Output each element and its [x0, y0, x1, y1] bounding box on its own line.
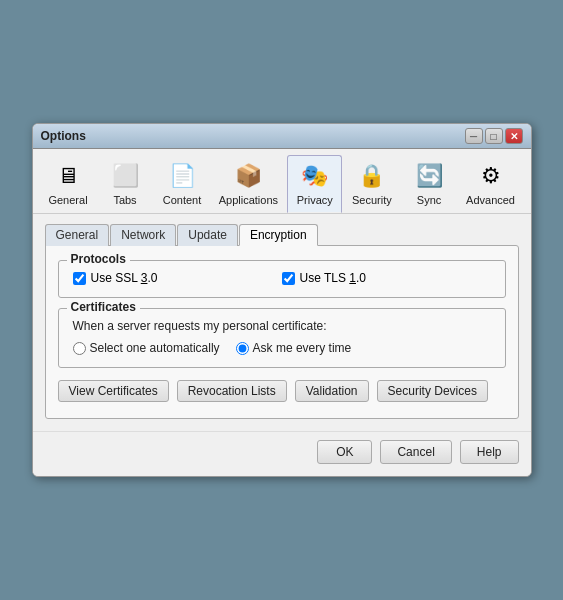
- toolbar-btn-applications[interactable]: 📦 Applications: [212, 155, 286, 213]
- close-button[interactable]: ✕: [505, 128, 523, 144]
- tab-encryption[interactable]: Encryption: [239, 224, 318, 246]
- toolbar-btn-tabs[interactable]: ⬜ Tabs: [98, 155, 153, 213]
- radio-ask-text: Ask me every time: [253, 341, 352, 355]
- revocation-lists-button[interactable]: Revocation Lists: [177, 380, 287, 402]
- advanced-icon: ⚙: [475, 160, 507, 192]
- toolbar-btn-content[interactable]: 📄 Content: [155, 155, 210, 213]
- radio-ask[interactable]: [236, 342, 249, 355]
- radio-ask-label[interactable]: Ask me every time: [236, 341, 352, 355]
- ok-button[interactable]: OK: [317, 440, 372, 464]
- validation-button[interactable]: Validation: [295, 380, 369, 402]
- tls-checkbox[interactable]: [282, 272, 295, 285]
- minimize-button[interactable]: ─: [465, 128, 483, 144]
- toolbar-label-applications: Applications: [219, 194, 278, 206]
- footer: OK Cancel Help: [33, 431, 531, 476]
- encryption-tab-content: Protocols Use SSL 3.0 Use TLS 1.0: [45, 245, 519, 419]
- ssl-version: 3: [141, 271, 148, 285]
- tls-version: 1: [349, 271, 356, 285]
- radio-auto[interactable]: [73, 342, 86, 355]
- radio-auto-label[interactable]: Select one automatically: [73, 341, 220, 355]
- tab-general[interactable]: General: [45, 224, 110, 246]
- maximize-button[interactable]: □: [485, 128, 503, 144]
- toolbar-label-tabs: Tabs: [113, 194, 136, 206]
- toolbar-label-advanced: Advanced: [466, 194, 515, 206]
- toolbar-label-sync: Sync: [417, 194, 441, 206]
- cert-description: When a server requests my personal certi…: [73, 319, 491, 333]
- toolbar-label-privacy: Privacy: [297, 194, 333, 206]
- title-bar: Options ─ □ ✕: [33, 124, 531, 149]
- sync-icon: 🔄: [413, 160, 445, 192]
- certificates-group-label: Certificates: [67, 300, 140, 314]
- toolbar-label-general: General: [48, 194, 87, 206]
- options-window: Options ─ □ ✕ 🖥 General ⬜ Tabs 📄 Content…: [32, 123, 532, 477]
- tabs-bar: General Network Update Encryption: [45, 224, 519, 246]
- applications-icon: 📦: [232, 160, 264, 192]
- ssl-checkbox[interactable]: [73, 272, 86, 285]
- title-bar-controls: ─ □ ✕: [465, 128, 523, 144]
- tab-network[interactable]: Network: [110, 224, 176, 246]
- protocols-row: Use SSL 3.0 Use TLS 1.0: [73, 271, 491, 285]
- content-icon: 📄: [166, 160, 198, 192]
- privacy-icon: 🎭: [299, 160, 331, 192]
- toolbar-label-security: Security: [352, 194, 392, 206]
- tabs-icon: ⬜: [109, 160, 141, 192]
- toolbar: 🖥 General ⬜ Tabs 📄 Content 📦 Application…: [33, 149, 531, 214]
- ssl-label[interactable]: Use SSL 3.0: [91, 271, 158, 285]
- radio-auto-text: Select one automatically: [90, 341, 220, 355]
- toolbar-btn-privacy[interactable]: 🎭 Privacy: [287, 155, 342, 213]
- toolbar-btn-general[interactable]: 🖥 General: [41, 155, 96, 213]
- cert-buttons-row: View Certificates Revocation Lists Valid…: [58, 380, 506, 402]
- content-area: General Network Update Encryption Protoc…: [33, 214, 531, 431]
- view-certificates-button[interactable]: View Certificates: [58, 380, 169, 402]
- help-button[interactable]: Help: [460, 440, 519, 464]
- security-devices-button[interactable]: Security Devices: [377, 380, 488, 402]
- protocols-group-label: Protocols: [67, 252, 130, 266]
- security-icon: 🔒: [356, 160, 388, 192]
- cancel-button[interactable]: Cancel: [380, 440, 451, 464]
- tls-col: Use TLS 1.0: [282, 271, 491, 285]
- general-icon: 🖥: [52, 160, 84, 192]
- certificates-group: Certificates When a server requests my p…: [58, 308, 506, 368]
- ssl-col: Use SSL 3.0: [73, 271, 282, 285]
- protocols-group: Protocols Use SSL 3.0 Use TLS 1.0: [58, 260, 506, 298]
- toolbar-btn-security[interactable]: 🔒 Security: [344, 155, 399, 213]
- toolbar-btn-advanced[interactable]: ⚙ Advanced: [459, 155, 523, 213]
- toolbar-btn-sync[interactable]: 🔄 Sync: [402, 155, 457, 213]
- window-title: Options: [41, 129, 86, 143]
- tls-label[interactable]: Use TLS 1.0: [300, 271, 367, 285]
- toolbar-label-content: Content: [163, 194, 202, 206]
- tab-update[interactable]: Update: [177, 224, 238, 246]
- radio-row: Select one automatically Ask me every ti…: [73, 341, 491, 355]
